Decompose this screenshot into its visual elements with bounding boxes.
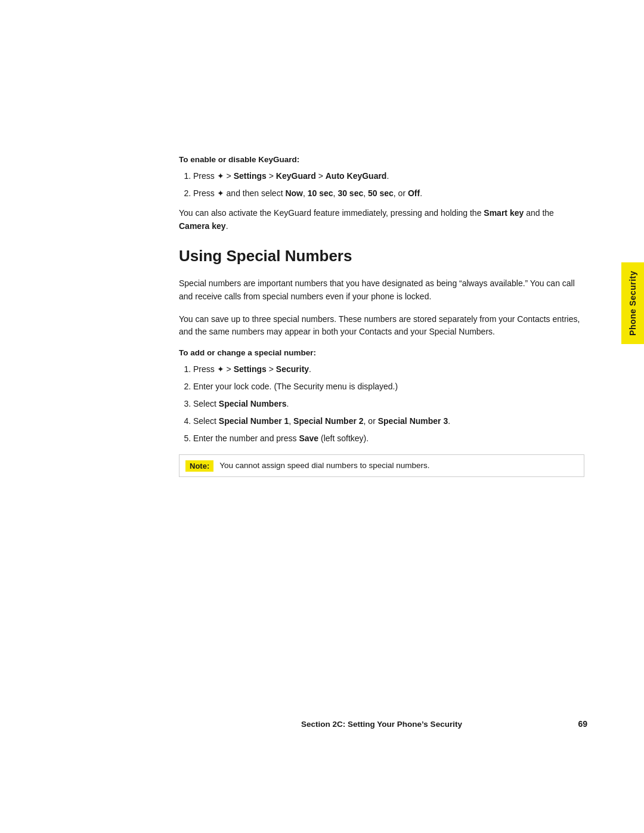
footer-label-bold: Section 2C: Setting Your Phone’s Securit…	[301, 720, 462, 729]
special-numbers-bold: Special Numbers	[219, 399, 287, 408]
smart-key-bold: Smart key	[484, 208, 524, 218]
special-number-2-bold: Special Number 2	[293, 416, 364, 426]
page-number: 69	[578, 719, 587, 729]
special-number-1-bold: Special Number 1	[219, 416, 289, 426]
side-tab-label: Phone Security	[628, 271, 637, 336]
step-4: Select Special Number 1, Special Number …	[193, 415, 584, 428]
add-change-label: To add or change a special number:	[179, 348, 584, 357]
second-paragraph: You can save up to three special numbers…	[179, 313, 584, 339]
settings-bold-2: Settings	[234, 364, 267, 374]
nav-symbol-1: ✦	[217, 171, 224, 181]
intro-paragraph: Special numbers are important numbers th…	[179, 277, 584, 303]
camera-key-bold: Camera key	[179, 221, 226, 231]
step-5: Enter the number and press Save (left so…	[193, 432, 584, 445]
special-number-steps: Press ✦ > Settings > Security. Enter you…	[193, 363, 584, 445]
keyguard-section: To enable or disable KeyGuard: Press ✦ >…	[179, 155, 584, 233]
section-heading: Using Special Numbers	[179, 247, 584, 265]
security-bold: Security	[276, 364, 309, 374]
keyguard-step-2: Press ✦ and then select Now, 10 sec, 30 …	[193, 187, 584, 200]
keyguard-step-1: Press ✦ > Settings > KeyGuard > Auto Key…	[193, 170, 584, 182]
keyguard-body: You can also activate the KeyGuard featu…	[179, 207, 584, 233]
footer-section-label: Section 2C: Setting Your Phone’s Securit…	[179, 720, 584, 729]
page-container: Phone Security To enable or disable KeyG…	[0, 0, 644, 833]
step-2: Enter your lock code. (The Security menu…	[193, 380, 584, 393]
off-bold: Off	[408, 188, 420, 198]
side-tab: Phone Security	[621, 262, 644, 344]
now-bold: Now	[285, 188, 303, 198]
settings-bold-1: Settings	[234, 171, 267, 181]
keyguard-label: To enable or disable KeyGuard:	[179, 155, 584, 164]
keyguard-steps: Press ✦ > Settings > KeyGuard > Auto Key…	[193, 170, 584, 200]
content-area: To enable or disable KeyGuard: Press ✦ >…	[179, 155, 584, 477]
note-box: Note: You cannot assign speed dial numbe…	[179, 454, 584, 477]
auto-keyguard-bold: Auto KeyGuard	[326, 171, 387, 181]
50sec-bold: 50 sec	[368, 188, 394, 198]
step-1: Press ✦ > Settings > Security.	[193, 363, 584, 376]
note-text: You cannot assign speed dial numbers to …	[219, 460, 429, 472]
note-label: Note:	[185, 460, 213, 472]
save-bold: Save	[299, 433, 318, 443]
special-number-3-bold: Special Number 3	[378, 416, 448, 426]
keyguard-bold: KeyGuard	[276, 171, 316, 181]
nav-symbol-2: ✦	[217, 188, 224, 198]
10sec-bold: 10 sec	[308, 188, 333, 198]
30sec-bold: 30 sec	[338, 188, 363, 198]
step-3: Select Special Numbers.	[193, 398, 584, 410]
nav-symbol-3: ✦	[217, 364, 224, 374]
